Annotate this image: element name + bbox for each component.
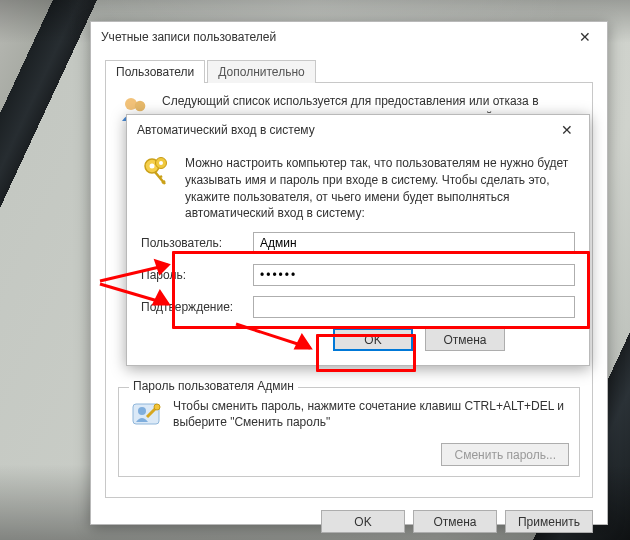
user-field[interactable] [253, 232, 575, 254]
group-legend: Пароль пользователя Админ [129, 379, 298, 393]
tab-users[interactable]: Пользователи [105, 60, 205, 83]
svg-point-1 [135, 101, 146, 112]
desktop-background: Учетные записи пользователей ✕ Пользоват… [0, 0, 630, 540]
confirm-field[interactable] [253, 296, 575, 318]
password-field[interactable] [253, 264, 575, 286]
svg-point-6 [154, 404, 160, 410]
user-key-icon [129, 398, 163, 435]
child-title: Автоматический вход в систему [137, 123, 315, 137]
password-label: Пароль: [141, 268, 253, 282]
svg-point-8 [150, 164, 155, 169]
user-label: Пользователь: [141, 236, 253, 250]
parent-titlebar[interactable]: Учетные записи пользователей ✕ [91, 22, 607, 52]
autologon-dialog: Автоматический вход в систему ✕ Можно на… [126, 114, 590, 366]
child-titlebar[interactable]: Автоматический вход в систему ✕ [127, 115, 589, 145]
close-icon[interactable]: ✕ [563, 22, 607, 52]
svg-point-5 [138, 407, 146, 415]
close-icon[interactable]: ✕ [545, 115, 589, 145]
keys-icon [141, 155, 175, 222]
parent-ok-button[interactable]: OK [321, 510, 405, 533]
tab-advanced[interactable]: Дополнительно [207, 60, 315, 83]
svg-point-10 [159, 161, 163, 165]
child-cancel-button[interactable]: Отмена [425, 328, 505, 351]
confirm-label: Подтверждение: [141, 300, 253, 314]
parent-apply-button[interactable]: Применить [505, 510, 593, 533]
group-hint: Чтобы сменить пароль, нажмите сочетание … [173, 398, 569, 430]
child-ok-button[interactable]: OK [333, 328, 413, 351]
parent-cancel-button[interactable]: Отмена [413, 510, 497, 533]
parent-title: Учетные записи пользователей [101, 30, 276, 44]
child-intro: Можно настроить компьютер так, что польз… [185, 155, 575, 222]
tabstrip: Пользователи Дополнительно [105, 60, 593, 83]
change-password-button: Сменить пароль... [441, 443, 569, 466]
password-group: Пароль пользователя Админ Чтобы смен [118, 387, 580, 477]
